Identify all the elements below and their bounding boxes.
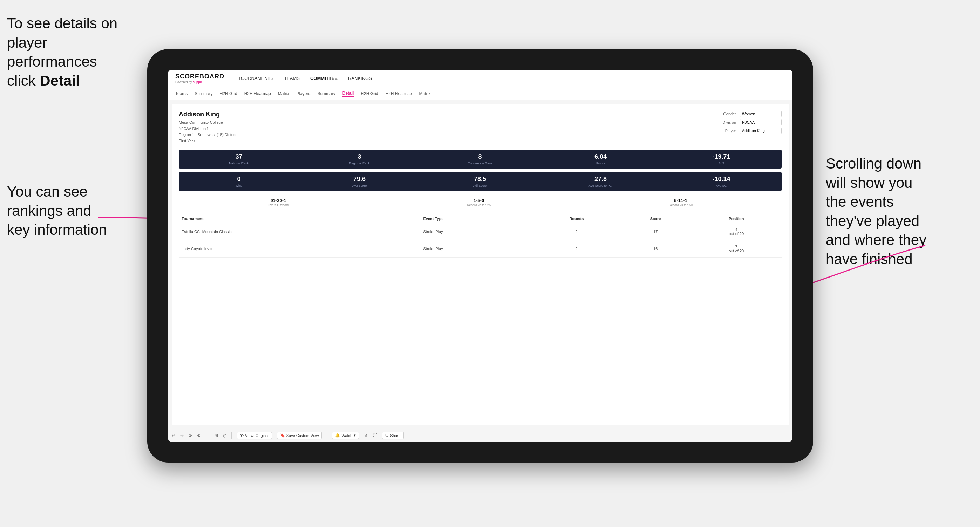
- subnav-h2h-heatmap2[interactable]: H2H Heatmap: [385, 90, 412, 97]
- subnav-players[interactable]: Players: [296, 90, 310, 97]
- stat-avg-score-to-par-label: Avg Score to Par: [543, 184, 658, 187]
- division-dropdown[interactable]: NJCAA I NJCAA II: [740, 119, 782, 125]
- subnav-detail[interactable]: Detail: [342, 90, 354, 97]
- player-dropdown[interactable]: Addison King: [740, 127, 782, 134]
- nav-tournaments[interactable]: TOURNAMENTS: [238, 74, 274, 83]
- stat-avg-score-value: 79.6: [302, 176, 417, 183]
- share-label: Share: [390, 433, 400, 438]
- annotation-r-line4: they've played: [826, 213, 920, 229]
- annotation-right: Scrolling down will show you the events …: [826, 154, 973, 269]
- annotation-bottomleft: You can see rankings and key information: [7, 182, 126, 240]
- annotation-line1: To see details on: [7, 15, 118, 32]
- watch-button[interactable]: 🔔 Watch ▾: [332, 432, 359, 439]
- stat-points-value: 6.04: [543, 153, 658, 160]
- app-logo-text: SCOREBOARD: [175, 73, 224, 80]
- redo-icon[interactable]: ↪: [180, 433, 184, 438]
- refresh-icon[interactable]: ⟳: [189, 433, 192, 438]
- stat-wins: 0 Wins: [179, 172, 299, 191]
- stat-conference-rank-value: 3: [423, 153, 537, 160]
- col-rounds: Rounds: [533, 214, 620, 223]
- subnav-h2h-grid2[interactable]: H2H Grid: [361, 90, 378, 97]
- watch-icon: 🔔: [335, 433, 340, 438]
- table-row: Lady Coyote Invite Stroke Play 2 16 7out…: [179, 240, 782, 257]
- screen-icon[interactable]: 🖥: [364, 433, 368, 438]
- gender-row: Gender Women Men: [715, 111, 782, 117]
- stat-wins-value: 0: [181, 176, 296, 183]
- stat-adj-score-value: 78.5: [423, 176, 537, 183]
- subnav-teams[interactable]: Teams: [175, 90, 188, 97]
- save-custom-view-button[interactable]: 🔖 Save Custom View: [277, 432, 322, 439]
- col-event-type: Event Type: [420, 214, 533, 223]
- annotation-line2: player performances: [7, 34, 97, 70]
- stat-adj-score-label: Adj Score: [423, 184, 537, 187]
- stat-points-label: Points: [543, 162, 658, 165]
- nav-committee[interactable]: COMMITTEE: [310, 74, 337, 83]
- grid-icon[interactable]: ⊞: [215, 433, 218, 438]
- stat-regional-rank-label: Regional Rank: [302, 162, 417, 165]
- player-division: NJCAA Division 1: [179, 126, 236, 132]
- player-row: Player Addison King: [715, 127, 782, 134]
- watch-chevron: ▾: [354, 433, 356, 438]
- row1-position: 4out of 20: [691, 223, 782, 240]
- toolbar-sep1: [231, 432, 232, 439]
- record-top50-value: 5-11-1: [669, 198, 693, 203]
- record-top50-label: Record vs top 50: [669, 203, 693, 207]
- subnav-matrix2[interactable]: Matrix: [419, 90, 431, 97]
- table-row: Estella CC- Mountain Classic Stroke Play…: [179, 223, 782, 240]
- subnav-summary2[interactable]: Summary: [317, 90, 335, 97]
- nav-teams[interactable]: TEAMS: [284, 74, 300, 83]
- division-label: Division: [715, 120, 736, 124]
- stat-adj-score: 78.5 Adj Score: [420, 172, 541, 191]
- stat-national-rank-label: National Rank: [181, 162, 296, 165]
- watch-label: Watch: [341, 433, 352, 438]
- subnav-matrix[interactable]: Matrix: [278, 90, 290, 97]
- tablet-frame: SCOREBOARD Powered by clippd TOURNAMENTS…: [147, 49, 813, 462]
- record-top25-value: 1-5-0: [467, 198, 491, 203]
- row2-event-type: Stroke Play: [420, 240, 533, 257]
- annotation-r-line2: will show you: [826, 175, 912, 191]
- main-content: Addison King Mesa Community College NJCA…: [168, 100, 792, 441]
- stat-sos: -19.71 SoS: [661, 149, 782, 168]
- annotation-r-line3: the events: [826, 194, 894, 210]
- stat-sos-value: -19.71: [664, 153, 779, 160]
- clock-icon[interactable]: ◷: [223, 433, 226, 438]
- annotation-r-line1: Scrolling down: [826, 155, 921, 172]
- stat-wins-label: Wins: [181, 184, 296, 187]
- row2-score: 16: [620, 240, 691, 257]
- share-button[interactable]: ⬡ Share: [382, 432, 403, 439]
- share-icon: ⬡: [385, 433, 389, 438]
- subnav-h2h-heatmap[interactable]: H2H Heatmap: [244, 90, 271, 97]
- stat-conference-rank-label: Conference Rank: [423, 162, 537, 165]
- stat-avg-score-label: Avg Score: [302, 184, 417, 187]
- back-icon[interactable]: ⟲: [197, 433, 200, 438]
- nav-rankings[interactable]: RANKINGS: [348, 74, 372, 83]
- minus-icon[interactable]: —: [205, 433, 210, 438]
- gender-dropdown[interactable]: Women Men: [740, 111, 782, 117]
- subnav-summary[interactable]: Summary: [194, 90, 212, 97]
- nav-items: TOURNAMENTS TEAMS COMMITTEE RANKINGS: [238, 74, 372, 83]
- row2-tournament: Lady Coyote Invite: [179, 240, 420, 257]
- stat-avg-sg-label: Avg SG: [664, 184, 779, 187]
- row1-tournament: Estella CC- Mountain Classic: [179, 223, 420, 240]
- division-row: Division NJCAA I NJCAA II: [715, 119, 782, 125]
- stat-avg-score-to-par-value: 27.8: [543, 176, 658, 183]
- stat-regional-rank: 3 Regional Rank: [299, 149, 420, 168]
- stat-avg-score-to-par: 27.8 Avg Score to Par: [541, 172, 661, 191]
- stat-conference-rank: 3 Conference Rank: [420, 149, 541, 168]
- toolbar: ↩ ↪ ⟳ ⟲ — ⊞ ◷ 👁 View: Original 🔖 Save Cu…: [168, 429, 792, 441]
- stat-avg-sg: -10.14 Avg SG: [661, 172, 782, 191]
- stats-row1: 37 National Rank 3 Regional Rank 3 Confe…: [179, 149, 782, 168]
- player-selectors: Gender Women Men Division NJCAA I NJCAA …: [715, 111, 782, 144]
- view-original-button[interactable]: 👁 View: Original: [237, 432, 272, 439]
- records-row: 91-20-1 Overall Record 1-5-0 Record vs t…: [179, 196, 782, 209]
- undo-icon[interactable]: ↩: [172, 433, 175, 438]
- annotation-line3-bold: Detail: [40, 73, 80, 89]
- row2-rounds: 2: [533, 240, 620, 257]
- row2-position: 7out of 20: [691, 240, 782, 257]
- player-header: Addison King Mesa Community College NJCA…: [179, 111, 782, 144]
- row1-rounds: 2: [533, 223, 620, 240]
- expand-icon[interactable]: ⛶: [373, 433, 377, 438]
- annotation-topleft: To see details on player performances cl…: [7, 14, 140, 90]
- subnav-h2h-grid[interactable]: H2H Grid: [220, 90, 237, 97]
- player-year: First Year: [179, 138, 236, 144]
